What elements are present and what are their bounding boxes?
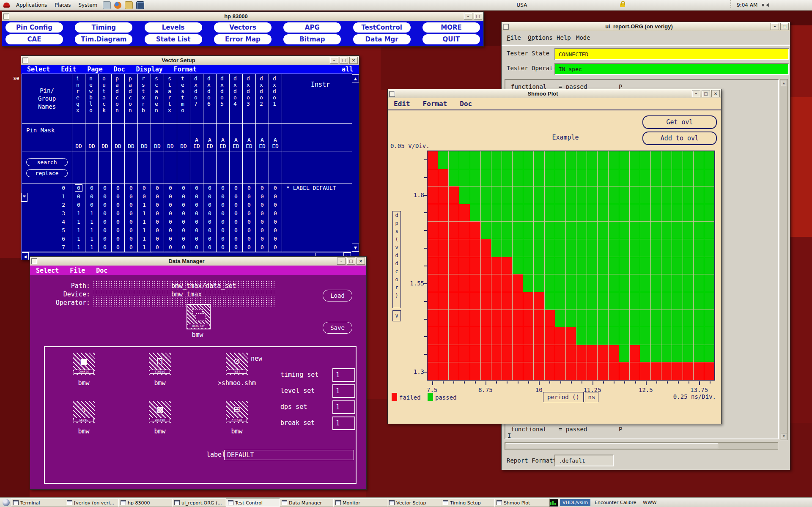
cell-passed[interactable] <box>491 204 502 222</box>
cell-failed[interactable] <box>491 362 502 380</box>
cell-passed[interactable] <box>587 239 597 257</box>
close-button[interactable]: × <box>711 90 720 97</box>
vector-cell[interactable]: 0 <box>217 235 229 243</box>
cell-passed[interactable] <box>545 292 555 310</box>
cell-passed[interactable] <box>534 169 544 186</box>
cell-passed[interactable] <box>630 222 640 239</box>
cell-passed[interactable] <box>502 151 512 169</box>
cell-failed[interactable] <box>438 186 448 204</box>
cell-passed[interactable] <box>661 310 672 327</box>
vector-cell[interactable]: 0 <box>256 201 269 209</box>
vertical-scrollbar[interactable]: ▲ ▼ <box>780 79 788 440</box>
cell-failed[interactable] <box>576 345 587 362</box>
show-desktop-icon[interactable] <box>3 499 10 506</box>
cell-failed[interactable] <box>545 345 555 362</box>
cell-passed[interactable] <box>470 151 480 169</box>
vector-cell[interactable]: 0 <box>243 201 255 209</box>
vector-cell[interactable]: 0 <box>269 218 282 226</box>
vector-cell[interactable]: 1 <box>138 226 151 235</box>
cell-passed[interactable] <box>513 169 523 186</box>
taskbar-item-ui-report-org[interactable]: ui_report.ORG (... <box>172 499 228 507</box>
cell-passed[interactable] <box>661 257 672 274</box>
cell-passed[interactable] <box>694 257 704 274</box>
hp-button-vectors[interactable]: Vectors <box>214 22 272 33</box>
firefox-launcher-icon[interactable] <box>114 2 121 9</box>
period-button[interactable]: period () <box>543 392 584 402</box>
cell-failed[interactable] <box>566 345 576 362</box>
cell-failed[interactable] <box>459 257 469 274</box>
vector-cell[interactable]: 0 <box>217 209 229 218</box>
cell-passed[interactable] <box>513 186 523 204</box>
cell-passed[interactable] <box>683 186 693 204</box>
vector-cell[interactable]: 0 <box>256 226 269 235</box>
cell-passed[interactable] <box>502 239 512 257</box>
cell-passed[interactable] <box>587 222 597 239</box>
vector-cell[interactable]: 0 <box>177 201 190 209</box>
cell-failed[interactable] <box>640 362 650 380</box>
vector-cell[interactable]: 0 <box>230 218 242 226</box>
vector-cell[interactable]: 0 <box>243 235 255 243</box>
cell-passed[interactable] <box>523 274 533 292</box>
cell-passed[interactable] <box>576 169 587 186</box>
ns-unit-button[interactable]: ns <box>585 392 598 402</box>
cell-passed[interactable] <box>672 169 682 186</box>
vector-cell[interactable]: 0 <box>243 209 255 218</box>
vector-setup-titlebar[interactable]: Vector Setup – □ × <box>21 56 359 65</box>
cell-passed[interactable] <box>534 239 544 257</box>
cell-passed[interactable] <box>704 204 714 222</box>
hp-button-pin-config[interactable]: Pin Config <box>5 22 63 33</box>
vector-cell[interactable]: 1 <box>85 235 98 243</box>
ui-report-titlebar[interactable]: ui_report.ORG (on verigy) – □ <box>502 22 790 31</box>
launcher-encounter[interactable]: Encounter <box>592 499 621 506</box>
timing-set-input[interactable]: 1 <box>332 368 355 382</box>
hp-button-tim-diagram[interactable]: Tim.Diagram <box>75 34 132 44</box>
cell-failed[interactable] <box>481 292 491 310</box>
cell-passed[interactable] <box>566 169 576 186</box>
row-number[interactable]: 0 <box>22 184 72 192</box>
cell-passed[interactable] <box>630 292 640 310</box>
cell-passed[interactable] <box>491 151 502 169</box>
cell-passed[interactable] <box>651 222 661 239</box>
vector-cell[interactable]: 0 <box>217 192 229 201</box>
cell-failed[interactable] <box>428 239 438 257</box>
vector-cell[interactable]: 0 <box>269 226 282 235</box>
replace-button[interactable]: replace <box>26 169 68 177</box>
cell-passed[interactable] <box>598 204 608 222</box>
cell-passed[interactable] <box>545 204 555 222</box>
cell-passed[interactable] <box>640 345 650 362</box>
cell-failed[interactable] <box>470 362 480 380</box>
vector-cell[interactable]: 0 <box>112 218 124 226</box>
vector-cell[interactable]: 1 <box>85 243 98 252</box>
vector-cell[interactable]: 0 <box>217 218 229 226</box>
pin-header-testmo[interactable]: t e s t m o <box>177 74 190 123</box>
mask-cell[interactable]: A ED <box>269 124 282 151</box>
close-button[interactable]: × <box>349 57 358 64</box>
menu-edit[interactable]: Edit <box>394 100 410 108</box>
menu-edit[interactable]: Edit <box>61 66 76 73</box>
cell-passed[interactable] <box>502 169 512 186</box>
mask-cell[interactable]: DD <box>125 124 137 151</box>
vector-cell[interactable]: 0 <box>230 201 242 209</box>
cell-passed[interactable] <box>566 310 576 327</box>
cell-passed[interactable] <box>661 274 672 292</box>
cell-failed[interactable] <box>481 310 491 327</box>
cell-passed[interactable] <box>587 310 597 327</box>
cell-failed[interactable] <box>438 327 448 345</box>
vector-cell[interactable]: 0 <box>151 184 164 192</box>
cell-passed[interactable] <box>694 239 704 257</box>
cell-failed[interactable] <box>545 327 555 345</box>
cell-passed[interactable] <box>661 239 672 257</box>
launcher-www[interactable]: WWW <box>640 499 659 506</box>
menu-mode[interactable]: Mode <box>576 34 590 41</box>
cell-passed[interactable] <box>661 151 672 169</box>
horizontal-scrollbar[interactable] <box>505 442 778 450</box>
scroll-left-button[interactable]: ◀ <box>22 252 29 260</box>
cell-passed[interactable] <box>683 239 693 257</box>
scroll-down-button[interactable]: ▼ <box>352 244 359 252</box>
vector-cell[interactable]: 0 <box>190 192 203 201</box>
cell-failed[interactable] <box>438 169 448 186</box>
cell-passed[interactable] <box>566 204 576 222</box>
taskbar-item-shmoo-plot[interactable]: Shmoo Plot <box>494 499 550 507</box>
test-icon[interactable]: ⊘TEST <box>226 353 248 375</box>
cell-passed[interactable] <box>576 222 587 239</box>
